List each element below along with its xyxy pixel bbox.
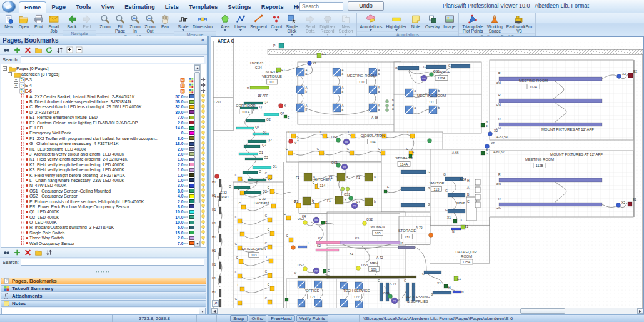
move-page-icon[interactable] bbox=[201, 88, 206, 93]
takeoff-grid-icon[interactable] bbox=[189, 83, 194, 88]
fixture-bar[interactable] bbox=[451, 64, 470, 68]
ribbon-button-overlay[interactable]: Overlay bbox=[423, 14, 441, 29]
fixture-bar[interactable] bbox=[219, 276, 221, 283]
expand-icon[interactable]: + bbox=[14, 83, 18, 88]
fixture-bar[interactable] bbox=[246, 119, 265, 122]
open-folder-button[interactable] bbox=[34, 249, 43, 256]
fixture-bar[interactable] bbox=[219, 289, 221, 297]
takeoff-item-row[interactable]: R_Inboard/Outboard switching_3-F32T8/41K… bbox=[1, 225, 198, 230]
takeoff-item-row[interactable]: Q1_LED 4000K10.0ea bbox=[1, 209, 198, 214]
fixture-dot[interactable] bbox=[289, 139, 293, 144]
tree-scrollbar[interactable] bbox=[194, 64, 201, 247]
fixture-dot[interactable] bbox=[303, 221, 308, 225]
fixture-square[interactable] bbox=[238, 274, 242, 278]
collapse-all-button[interactable] bbox=[76, 46, 83, 53]
fixture-square[interactable] bbox=[303, 197, 311, 205]
undo-button[interactable]: Undo bbox=[348, 1, 384, 11]
delete-button[interactable] bbox=[24, 249, 32, 256]
expand-all-button[interactable] bbox=[66, 46, 73, 53]
takeoff-item-row[interactable]: Q2_LED 4000K14.0ea bbox=[1, 214, 198, 219]
ribbon-button-new[interactable]: New bbox=[1, 14, 16, 29]
fixture-bar[interactable] bbox=[424, 271, 441, 274]
search-input[interactable] bbox=[299, 2, 343, 11]
fixture-square[interactable] bbox=[286, 216, 291, 220]
fixture-dot[interactable] bbox=[428, 139, 432, 143]
fixture-bar[interactable] bbox=[499, 203, 602, 206]
fixture-square[interactable] bbox=[323, 269, 326, 273]
fixture-square[interactable] bbox=[288, 151, 293, 155]
fixture-bar[interactable] bbox=[250, 86, 269, 89]
status-toggle-snap[interactable]: Snap bbox=[230, 315, 248, 322]
takeoff-item-row[interactable]: B_Direct /Indirect cable suspended fixtu… bbox=[1, 99, 198, 104]
tab-templates[interactable]: Templates bbox=[184, 1, 223, 13]
collapse-icon[interactable]: − bbox=[8, 72, 12, 76]
sort-button[interactable] bbox=[56, 46, 64, 54]
takeoff-item-row[interactable]: L_ Chain hang where necessary_23W LED 40… bbox=[1, 178, 198, 183]
fixture-bar[interactable] bbox=[244, 145, 260, 148]
fixture-dot[interactable] bbox=[488, 132, 493, 136]
fixture-dot[interactable] bbox=[349, 196, 353, 201]
ribbon-button-area[interactable]: Area bbox=[218, 14, 233, 31]
scroll-thumb[interactable] bbox=[194, 72, 200, 203]
fixture-dot[interactable] bbox=[386, 100, 389, 103]
fixture-bar[interactable] bbox=[398, 246, 415, 249]
takeoff-item-row[interactable]: Wall Occupancy Sensor7.0ea bbox=[1, 241, 198, 246]
fixture-square[interactable] bbox=[351, 134, 355, 138]
fixture-bar[interactable] bbox=[433, 291, 451, 294]
takeoff-item-row[interactable]: Single Pole Switch15.0ea bbox=[1, 230, 198, 235]
takeoff-item-row[interactable]: E2_Custom Colour_mule lighting ELD-6B-10… bbox=[1, 120, 198, 125]
fixture-bar[interactable] bbox=[219, 179, 221, 187]
fixture-bar[interactable] bbox=[219, 234, 221, 242]
fixture-dot[interactable] bbox=[386, 109, 389, 112]
fixture-square[interactable] bbox=[241, 205, 246, 209]
fixture-bar[interactable] bbox=[499, 123, 602, 126]
takeoff-item-row[interactable]: E1_Remote emergency fixture_LED7.0ea bbox=[1, 115, 198, 120]
fixture-square[interactable] bbox=[268, 245, 272, 249]
fixture-square[interactable] bbox=[337, 173, 345, 181]
takeoff-item-row[interactable]: K2_Field verify length before ordering_L… bbox=[1, 162, 198, 167]
find-icon[interactable] bbox=[3, 46, 11, 54]
ribbon-button-linear[interactable]: Linear bbox=[233, 14, 248, 31]
ribbon-button-zoom[interactable]: Zoom bbox=[98, 14, 113, 29]
fixture-square[interactable] bbox=[239, 259, 243, 264]
takeoff-item-row[interactable]: K1_Field verify length before ordering_2… bbox=[1, 157, 198, 162]
fixture-square[interactable] bbox=[410, 134, 415, 138]
accordion-attachments[interactable]: Attachments bbox=[1, 293, 206, 299]
fixture-bar[interactable] bbox=[243, 191, 261, 194]
fixture-square[interactable] bbox=[268, 300, 272, 304]
tab-tools[interactable]: Tools bbox=[71, 1, 96, 13]
tab-settings[interactable]: Settings bbox=[223, 1, 256, 13]
takeoff-item-row[interactable]: Q_LED 4000K10.0ea bbox=[1, 219, 198, 224]
tree-page-e-6[interactable]: − E-6H bbox=[1, 88, 198, 94]
tab-reports[interactable]: Reports bbox=[256, 1, 289, 13]
fixture-square[interactable] bbox=[365, 198, 373, 206]
ribbon-button-single-click[interactable]: Single Click bbox=[284, 14, 299, 36]
fixture-bar[interactable] bbox=[401, 203, 425, 207]
collapse-icon[interactable]: − bbox=[3, 66, 7, 71]
scroll-thumb[interactable] bbox=[520, 308, 565, 314]
fixture-square[interactable] bbox=[381, 151, 385, 155]
accordion-takeoff-summary[interactable]: Takeoff Summary bbox=[1, 285, 206, 292]
fixture-square[interactable] bbox=[323, 134, 327, 138]
ribbon-button-dimension[interactable]: Dimension bbox=[191, 14, 214, 29]
app-logo-icon[interactable] bbox=[2, 1, 16, 13]
ribbon-button-annotations[interactable]: Annotations bbox=[358, 14, 385, 31]
ribbon-button-zoom-out[interactable]: Zoom Out bbox=[143, 14, 158, 33]
fixture-bar[interactable] bbox=[248, 140, 266, 143]
takeoff-item-row[interactable]: D_2-F32T8/41K30.0ea bbox=[1, 109, 198, 114]
visibility-bulb-icon[interactable] bbox=[201, 240, 206, 246]
fixture-square[interactable] bbox=[291, 134, 296, 138]
fixture-square[interactable] bbox=[271, 204, 276, 208]
fixture-bar[interactable] bbox=[236, 127, 254, 129]
takeoff-item-row[interactable]: A_2X2 Center Basket, Instant Start Balla… bbox=[1, 94, 198, 99]
takeoff-item-row[interactable]: H1_LED striplight_LED 4000k2.0ea bbox=[1, 146, 198, 151]
fixture-dot[interactable] bbox=[363, 221, 367, 226]
takeoff-item-row[interactable]: K_Field verify length before ordering_2-… bbox=[1, 173, 198, 178]
expand-icon[interactable]: + bbox=[14, 78, 18, 82]
collapse-icon[interactable]: − bbox=[14, 89, 18, 93]
sort-button[interactable] bbox=[45, 249, 53, 256]
fixture-square[interactable] bbox=[238, 177, 242, 181]
fixture-bar[interactable] bbox=[248, 179, 266, 181]
ribbon-button-open[interactable]: Open bbox=[16, 14, 31, 29]
fixture-square[interactable] bbox=[279, 43, 284, 48]
